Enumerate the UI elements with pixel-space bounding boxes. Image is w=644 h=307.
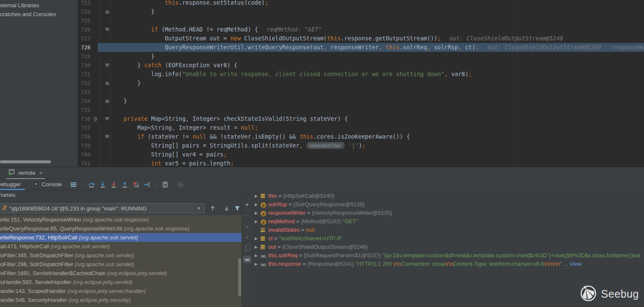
project-panel-hscrollbar[interactable]: [0, 160, 51, 163]
code-line-736[interactable]: 736@private Map<String, Integer> checkSt…: [79, 114, 644, 123]
add-watch-icon[interactable]: +: [242, 199, 252, 209]
layout-icon[interactable]: [68, 180, 79, 189]
code-line-732[interactable]: 732}: [79, 79, 644, 88]
tab-debugger[interactable]: Debugger: [0, 179, 25, 190]
variable-row[interactable]: ▶oothis.response = {Response@5241} "HTTP…: [252, 260, 644, 268]
move-watch-up-icon[interactable]: ▲: [242, 222, 252, 231]
variable-row[interactable]: ▶preqMethod = {Method@5242} "GET": [252, 217, 644, 226]
view-link[interactable]: View: [570, 261, 582, 267]
frame-row[interactable]: doHandle:582, ServletHandler (org.eclips…: [0, 278, 242, 287]
fold-marker-icon[interactable]: [105, 135, 109, 139]
fold-marker-icon[interactable]: [105, 99, 109, 103]
run-to-cursor-icon[interactable]: [141, 180, 152, 189]
move-watch-down-icon[interactable]: ▼: [242, 233, 252, 242]
variable-row[interactable]: invalidStates = null: [252, 226, 644, 234]
expand-arrow-icon[interactable]: ▶: [255, 234, 261, 243]
expand-arrow-icon[interactable]: ▶: [255, 251, 261, 260]
code-line-723[interactable]: 723this.response.setStatus(code);: [79, 0, 644, 7]
code-line-740[interactable]: 740String[] var4 = pairs;: [79, 150, 644, 159]
frame-row[interactable]: doFilter:345, SolrDispatchFilter (org.ap…: [0, 251, 242, 260]
frames-scrollbar[interactable]: [238, 258, 241, 296]
expand-arrow-icon[interactable]: ▶: [255, 217, 261, 226]
step-over-icon[interactable]: [86, 180, 97, 189]
evaluate-expression-icon[interactable]: [160, 180, 171, 189]
code-line-733[interactable]: 733: [79, 88, 644, 97]
expand-arrow-icon[interactable]: ▶: [255, 260, 261, 268]
frame-row[interactable]: writeQueryResponse:65, QueryResponseWrit…: [0, 224, 242, 233]
line-number[interactable]: 739: [79, 141, 90, 150]
frame-row[interactable]: doFilter:296, SolrDispatchFilter (org.ap…: [0, 260, 242, 269]
frame-row[interactable]: handle:143, ScopedHandler (org.eclipse.j…: [0, 287, 242, 296]
code-editor[interactable]: 723this.response.setStatus(code);724}725…: [79, 0, 644, 167]
line-number[interactable]: 732: [79, 79, 90, 88]
frame-row[interactable]: writeResponse:732, HttpSolrCall (org.apa…: [0, 233, 242, 242]
settings-icon[interactable]: [175, 180, 186, 189]
show-watches-icon[interactable]: oo: [243, 256, 251, 263]
project-tree-item-external-libraries[interactable]: External Libraries: [0, 1, 78, 10]
line-number[interactable]: 725: [79, 16, 90, 25]
frame-row[interactable]: call:473, HttpSolrCall (org.apache.solr.…: [0, 242, 242, 251]
code-line-739[interactable]: 739String[] pairs = StringUtils.split(st…: [79, 141, 644, 150]
line-number[interactable]: 726: [79, 25, 90, 34]
line-number[interactable]: 735: [79, 105, 90, 114]
fold-marker-icon[interactable]: [105, 10, 109, 14]
code-line-734[interactable]: 734}: [79, 97, 644, 105]
frame-row[interactable]: doFilter:1691, ServletHandler$CachedChai…: [0, 269, 242, 278]
code-line-726[interactable]: 726if (Method.HEAD != reqMethod) {reqMet…: [79, 25, 644, 34]
debug-session-tab-remote[interactable]: remote ×: [6, 167, 45, 179]
line-number[interactable]: 740: [79, 150, 90, 159]
step-into-icon[interactable]: [97, 180, 108, 189]
line-number[interactable]: 730: [79, 61, 90, 70]
variable-row[interactable]: ▶oothis.solrReq = {SolrRequestParsers$1@…: [252, 251, 644, 260]
code-line-725[interactable]: 725: [79, 16, 644, 25]
frame-row[interactable]: doHandle:226, SessionHandler (org.eclips…: [0, 304, 242, 307]
frame-row[interactable]: handle:548, SecurityHandler (org.eclipse…: [0, 296, 242, 304]
code-line-737[interactable]: 737Map<String, Integer> result = null;: [79, 123, 644, 132]
line-number[interactable]: 728: [79, 43, 90, 52]
code-line-730[interactable]: 730} catch (EOFException var8) {: [79, 61, 644, 70]
hide-frames-filter-icon[interactable]: [234, 205, 240, 213]
line-number[interactable]: 741: [79, 159, 90, 167]
previous-frame-icon[interactable]: [210, 205, 216, 213]
line-number[interactable]: 738: [79, 132, 90, 141]
code-line-731[interactable]: 731log.info("Unable to write response, c…: [79, 70, 644, 79]
project-panel[interactable]: External Libraries Scratches and Console…: [0, 0, 78, 167]
expand-arrow-icon[interactable]: ▶: [255, 200, 261, 209]
code-line-728[interactable]: 728QueryResponseWriterUtil.writeQueryRes…: [79, 43, 644, 52]
code-line-735[interactable]: 735: [79, 105, 644, 114]
variable-row[interactable]: ▶presponseWriter = {VelocityResponseWrit…: [252, 209, 644, 217]
code-line-727[interactable]: 727OutputStream out = new CloseShieldOut…: [79, 34, 644, 43]
line-number[interactable]: 733: [79, 88, 90, 97]
variable-row[interactable]: ▶ct = "text/html;charset=UTF-8": [252, 234, 644, 243]
fold-marker-icon[interactable]: [105, 63, 109, 67]
next-frame-icon[interactable]: [224, 205, 230, 213]
variable-row[interactable]: ▶out = {CloseShieldOutputStream@5248}: [252, 243, 644, 251]
frame-row[interactable]: write:151, VelocityResponseWriter (org.a…: [0, 215, 242, 224]
line-number[interactable]: 729: [79, 52, 90, 61]
fold-marker-icon[interactable]: [105, 81, 109, 85]
line-number[interactable]: 737: [79, 123, 90, 132]
code-line-741[interactable]: 741int var5 = pairs.length;: [79, 159, 644, 167]
line-number[interactable]: 723: [79, 0, 90, 7]
drop-frame-icon[interactable]: [130, 180, 141, 189]
line-number[interactable]: 731: [79, 70, 90, 79]
fold-marker-icon[interactable]: [105, 28, 109, 31]
variable-row[interactable]: ▶this = {HttpSolrCall@5240}: [252, 192, 644, 200]
close-icon[interactable]: ×: [39, 170, 42, 176]
expand-arrow-icon[interactable]: ▶: [255, 243, 261, 251]
force-step-into-icon[interactable]: [108, 180, 119, 189]
thread-selector-dropdown[interactable]: "qtp1690859824-16"@5,233 in group "main"…: [0, 203, 205, 213]
expand-arrow-icon[interactable]: ▶: [255, 209, 261, 217]
project-tree-item-scratches[interactable]: Scratches and Consoles: [0, 10, 78, 19]
remove-watch-icon[interactable]: −: [242, 210, 252, 220]
fold-marker-icon[interactable]: [105, 117, 109, 121]
step-out-icon[interactable]: [119, 180, 130, 189]
line-number[interactable]: 734: [79, 97, 90, 105]
line-number[interactable]: 727: [79, 34, 90, 43]
tab-console[interactable]: Console: [33, 179, 62, 190]
code-line-724[interactable]: 724}: [79, 7, 644, 16]
line-number[interactable]: 724: [79, 7, 90, 16]
expand-arrow-icon[interactable]: ▶: [255, 192, 261, 200]
code-line-729[interactable]: 729}: [79, 52, 644, 61]
copy-watch-icon[interactable]: [242, 244, 252, 253]
